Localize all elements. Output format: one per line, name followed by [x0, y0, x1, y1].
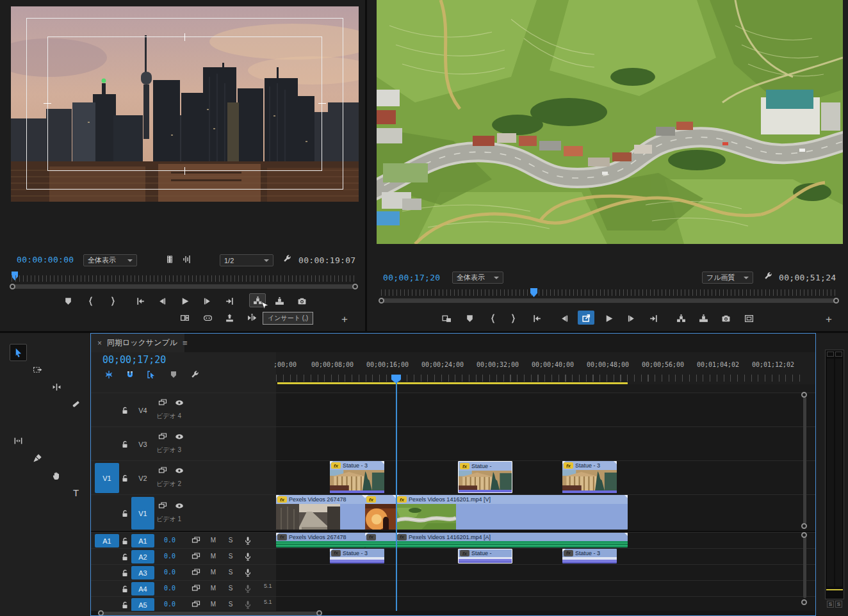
sync-lock-icon[interactable]: [158, 432, 167, 441]
play-in-to-out-button[interactable]: [243, 311, 260, 325]
pen-tool-button[interactable]: [29, 450, 46, 467]
mute-button-a4[interactable]: M: [209, 585, 218, 592]
lock-icon[interactable]: [120, 406, 129, 415]
v-scroll-handle-2[interactable]: [801, 523, 807, 529]
track-label-v2[interactable]: V2: [133, 473, 152, 484]
play-button[interactable]: [176, 294, 193, 308]
settings-wrench-icon[interactable]: [763, 272, 772, 280]
mic-icon[interactable]: [243, 568, 252, 577]
crop-handle-top[interactable]: [184, 33, 185, 41]
mic-icon[interactable]: [243, 552, 252, 561]
solo-button-a5[interactable]: S: [226, 601, 235, 608]
export-frame-button[interactable]: [717, 311, 734, 325]
type-tool-button[interactable]: T: [67, 484, 85, 501]
clip-pexels-267478-video[interactable]: fxPexels Videos 267478: [276, 495, 365, 530]
clip-sunset-audio[interactable]: fx: [365, 533, 396, 547]
h-scroll-right-handle[interactable]: [316, 610, 322, 616]
track-target-a2[interactable]: A2: [131, 550, 154, 563]
play-button[interactable]: [600, 311, 617, 325]
clip-pexels-1416201-video[interactable]: fxPexels Videos 1416201.mp4 [V]: [396, 495, 628, 530]
eye-icon[interactable]: [175, 466, 184, 475]
track-name-v4[interactable]: ビデオ 4: [156, 412, 181, 421]
sync-lock-icon[interactable]: [192, 600, 200, 609]
track-lane-a4[interactable]: [276, 580, 815, 596]
program-scrub-ruler[interactable]: [381, 289, 838, 296]
program-quality-select[interactable]: フル画質: [702, 272, 753, 284]
step-back-button[interactable]: [556, 311, 573, 325]
hand-tool-button[interactable]: [48, 467, 65, 484]
mic-icon[interactable]: [243, 536, 252, 545]
track-lane-v3[interactable]: [276, 426, 815, 460]
lift-button[interactable]: [673, 311, 689, 325]
timeline-playhead-line[interactable]: [396, 382, 397, 612]
lock-icon[interactable]: [120, 474, 129, 483]
v-scroll-handle-1[interactable]: [801, 392, 807, 398]
timeline-vertical-scrollbar-video[interactable]: [803, 397, 806, 524]
program-scrollbar-left-handle[interactable]: [379, 298, 384, 304]
solo-button-a2[interactable]: S: [226, 553, 235, 560]
lock-icon[interactable]: [120, 537, 129, 546]
audio-waveform-toggle-icon[interactable]: [183, 255, 192, 264]
mute-button-a5[interactable]: M: [209, 601, 218, 608]
clip-statue-v2-1[interactable]: fxStatue - 3: [330, 461, 384, 493]
button-editor-button[interactable]: +: [826, 313, 832, 326]
gain-value-a5[interactable]: 0.0: [164, 601, 175, 608]
sync-lock-icon[interactable]: [158, 501, 167, 510]
eye-icon[interactable]: [175, 501, 184, 510]
track-lane-a5[interactable]: [276, 596, 815, 612]
source-patch-a1[interactable]: A1: [95, 534, 119, 547]
go-to-out-button[interactable]: [645, 311, 662, 325]
mark-in-button[interactable]: [484, 311, 501, 325]
track-target-a1[interactable]: A1: [131, 534, 154, 547]
lock-icon[interactable]: [120, 601, 129, 610]
source-timecode[interactable]: 00:00:00:00: [17, 255, 74, 264]
clip-statue-a2-2-selected[interactable]: fxStatue -: [458, 549, 512, 563]
track-target-a5[interactable]: A5: [131, 598, 154, 612]
extract-button[interactable]: [695, 311, 712, 325]
mark-out-button[interactable]: [505, 311, 521, 325]
snap-magnet-icon[interactable]: [126, 370, 135, 379]
h-scroll-left-handle[interactable]: [98, 610, 104, 616]
eye-icon[interactable]: [175, 398, 184, 407]
lock-icon[interactable]: [120, 585, 129, 594]
clip-pexels-1416201-audio[interactable]: fxPexels Videos 1416201.mp4 [A]: [396, 533, 628, 547]
clip-statue-a2-3[interactable]: fxStatue - 3: [562, 549, 617, 563]
sync-lock-icon[interactable]: [192, 552, 200, 561]
step-forward-button[interactable]: [623, 311, 639, 325]
gain-value-a1[interactable]: 0.0: [164, 537, 175, 544]
track-target-a3[interactable]: A3: [131, 566, 154, 580]
go-to-out-button[interactable]: [221, 294, 238, 308]
mark-out-button[interactable]: [104, 294, 121, 308]
multicam-view-button[interactable]: [176, 311, 193, 325]
ripple-edit-tool-button[interactable]: [48, 378, 65, 396]
clip-statue-a2-1[interactable]: fxStatue - 3: [330, 549, 384, 563]
export-frame-button[interactable]: [293, 294, 310, 308]
nest-insert-toggle-icon[interactable]: [104, 370, 113, 379]
linked-selection-icon[interactable]: [147, 370, 156, 379]
lock-icon[interactable]: [120, 553, 129, 562]
timeline-ruler[interactable]: ;00;00 00;00;08;00 00;00;16;00 00;00;24;…: [276, 352, 815, 384]
meter-solo-right-button[interactable]: S: [835, 601, 842, 608]
track-label-v4[interactable]: V4: [133, 405, 152, 416]
export-media-button[interactable]: [221, 311, 238, 325]
v-scroll-handle-3[interactable]: [801, 532, 807, 538]
selection-tool-button[interactable]: [10, 344, 27, 361]
work-area-bar[interactable]: [277, 382, 628, 384]
program-fit-select[interactable]: 全体表示: [452, 272, 503, 284]
film-toggle-icon[interactable]: [165, 255, 174, 264]
source-resolution-select[interactable]: 1/2: [220, 254, 273, 266]
solo-button-a3[interactable]: S: [226, 569, 235, 576]
clip-statue-v2-3[interactable]: fxStatue - 3: [562, 461, 617, 493]
lock-icon[interactable]: [120, 509, 129, 518]
timeline-tab[interactable]: × 同期ロックサンプル ≡: [91, 334, 184, 352]
mark-in-button[interactable]: [82, 294, 99, 308]
meter-solo-left-button[interactable]: S: [827, 601, 834, 608]
source-scrollbar-right-handle[interactable]: [352, 284, 358, 289]
track-name-v3[interactable]: ビデオ 3: [156, 446, 181, 455]
settings-wrench-icon[interactable]: [282, 254, 291, 263]
timeline-vertical-scrollbar-audio[interactable]: [803, 537, 806, 598]
overwrite-button[interactable]: [271, 294, 288, 308]
close-icon[interactable]: ×: [97, 339, 102, 348]
sync-lock-icon[interactable]: [192, 584, 200, 593]
track-target-a4[interactable]: A4: [131, 582, 154, 596]
